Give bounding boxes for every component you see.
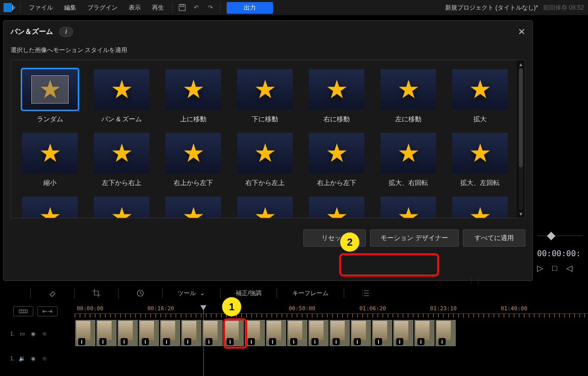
save-icon[interactable]: [176, 2, 189, 14]
style-tile[interactable]: ★右上から左下: [166, 133, 221, 187]
video-track-icon[interactable]: ▭: [19, 330, 26, 337]
style-tile[interactable]: ★右上から左下: [309, 133, 364, 187]
clip-info-icon: i: [269, 338, 276, 345]
zoom-out-ruler-icon[interactable]: [13, 306, 33, 316]
motion-designer-button[interactable]: モーション デザイナー: [370, 229, 459, 247]
visibility-icon[interactable]: ◉: [30, 355, 37, 362]
list-icon[interactable]: [359, 287, 372, 300]
video-clip[interactable]: i: [159, 319, 181, 347]
style-grid-scroll[interactable]: ★ランダム★パン & ズーム★上に移動★下に移動★右に移動★左に移動★拡大★縮小…: [11, 60, 517, 218]
style-tile[interactable]: ★拡大、左回転: [452, 133, 508, 187]
style-tile[interactable]: ★: [22, 197, 78, 218]
scroll-down-icon[interactable]: ▼: [517, 210, 525, 218]
video-clip[interactable]: i: [181, 319, 202, 347]
video-clip[interactable]: i: [75, 319, 96, 347]
annotation-badge-1: 1: [222, 297, 241, 316]
scroll-thumb[interactable]: [519, 68, 523, 167]
separator: [20, 3, 21, 12]
menu-file[interactable]: ファイル: [24, 2, 58, 14]
menu-plugin[interactable]: プラグイン: [82, 2, 123, 14]
style-tile[interactable]: ★下に移動: [237, 69, 293, 124]
timeline-ruler[interactable]: 00:00:00 00:16:20 00:50:00 01:06:20 01:2…: [75, 305, 588, 317]
style-tile[interactable]: ★: [166, 197, 221, 218]
style-thumbnail: ★: [309, 133, 364, 173]
video-clip[interactable]: i: [244, 319, 265, 347]
tools-dropdown[interactable]: ツール⌄: [178, 289, 205, 298]
style-thumbnail: ★: [237, 133, 293, 173]
lock-icon[interactable]: ⎋: [41, 330, 48, 337]
clip-info-icon: i: [396, 338, 403, 345]
stop-icon[interactable]: □: [552, 264, 557, 273]
output-button[interactable]: 出力: [227, 2, 273, 14]
keyframe-button[interactable]: キーフレーム: [292, 289, 329, 298]
style-tile[interactable]: ★右下から左上: [237, 133, 293, 187]
video-clip[interactable]: i: [371, 319, 393, 347]
panel-header: パン＆ズーム i ✕: [4, 21, 532, 43]
style-label: 上に移動: [180, 115, 206, 124]
undo-icon[interactable]: ↶: [190, 2, 203, 14]
redo-icon[interactable]: ↷: [204, 2, 217, 14]
style-thumbnail: ★: [94, 69, 149, 110]
style-tile[interactable]: ★左に移動: [381, 69, 436, 124]
menu-play[interactable]: 再生: [147, 2, 169, 14]
video-clip[interactable]: i: [308, 319, 329, 347]
clip-info-icon: i: [311, 338, 318, 345]
style-tile[interactable]: ★: [381, 197, 436, 218]
scroll-up-icon[interactable]: ▲: [517, 60, 525, 68]
style-tile[interactable]: ★縮小: [22, 133, 78, 187]
app-logo-icon: [2, 2, 17, 14]
video-clip[interactable]: i: [202, 319, 223, 347]
correction-button[interactable]: 補正/強調: [236, 289, 261, 298]
info-icon[interactable]: i: [59, 27, 73, 37]
style-tile[interactable]: ★拡大、右回転: [381, 133, 436, 187]
style-tile[interactable]: ★左下から右上: [94, 133, 149, 187]
style-tile[interactable]: ★右に移動: [309, 69, 364, 124]
style-label: パン & ズーム: [101, 115, 142, 124]
menu-edit[interactable]: 編集: [59, 2, 81, 14]
ruler-label: 01:06:20: [359, 305, 386, 312]
star-icon: ★: [326, 140, 348, 166]
video-clip[interactable]: i: [265, 319, 287, 347]
lock-icon[interactable]: ⎋: [41, 355, 48, 362]
play-icon[interactable]: ▷: [537, 263, 543, 273]
star-icon: ★: [326, 204, 348, 218]
crop-icon[interactable]: [90, 287, 103, 300]
style-tile[interactable]: ★: [452, 197, 508, 218]
style-tile[interactable]: ★拡大: [452, 69, 508, 124]
video-clip[interactable]: i: [350, 319, 371, 347]
scroll-track[interactable]: [519, 68, 523, 210]
video-clip[interactable]: i: [329, 319, 350, 347]
video-clip[interactable]: i: [287, 319, 308, 347]
svg-marker-0: [4, 3, 12, 12]
track-index: 1.: [10, 331, 15, 337]
style-tile[interactable]: ★: [237, 197, 293, 218]
vertical-scrollbar[interactable]: ▲ ▼: [517, 60, 525, 218]
style-tile[interactable]: ★: [94, 197, 149, 218]
video-clip[interactable]: i: [223, 319, 244, 347]
video-clip[interactable]: i: [393, 319, 414, 347]
video-clips[interactable]: iiiiiiiiiiiiiiiiii: [75, 319, 588, 348]
video-clip[interactable]: i: [414, 319, 435, 347]
style-tile[interactable]: ★上に移動: [166, 69, 221, 124]
style-tile[interactable]: ★パン & ズーム: [94, 69, 149, 124]
style-tile[interactable]: ★ランダム: [22, 69, 78, 124]
style-tile[interactable]: ★: [309, 197, 364, 218]
style-thumbnail: ★: [452, 133, 508, 173]
video-clip[interactable]: i: [96, 319, 117, 347]
prev-frame-icon[interactable]: ◁: [566, 263, 572, 273]
fit-ruler-icon[interactable]: ⇤⇥: [37, 306, 58, 316]
star-icon: ★: [397, 204, 420, 218]
clip-info-icon: i: [227, 338, 234, 345]
close-icon[interactable]: ✕: [518, 26, 525, 37]
clock-icon[interactable]: [134, 287, 147, 300]
audio-track-icon[interactable]: 🔉: [19, 355, 26, 362]
style-thumbnail: ★: [22, 69, 78, 110]
video-clip[interactable]: i: [435, 319, 456, 347]
visibility-icon[interactable]: ◉: [30, 330, 37, 337]
video-clip[interactable]: i: [138, 319, 159, 347]
apply-all-button[interactable]: すべてに適用: [463, 229, 525, 247]
eraser-icon[interactable]: [46, 287, 59, 300]
video-clip[interactable]: i: [117, 319, 138, 347]
menu-view[interactable]: 表示: [124, 2, 146, 14]
style-label: 右下から左上: [245, 178, 285, 187]
